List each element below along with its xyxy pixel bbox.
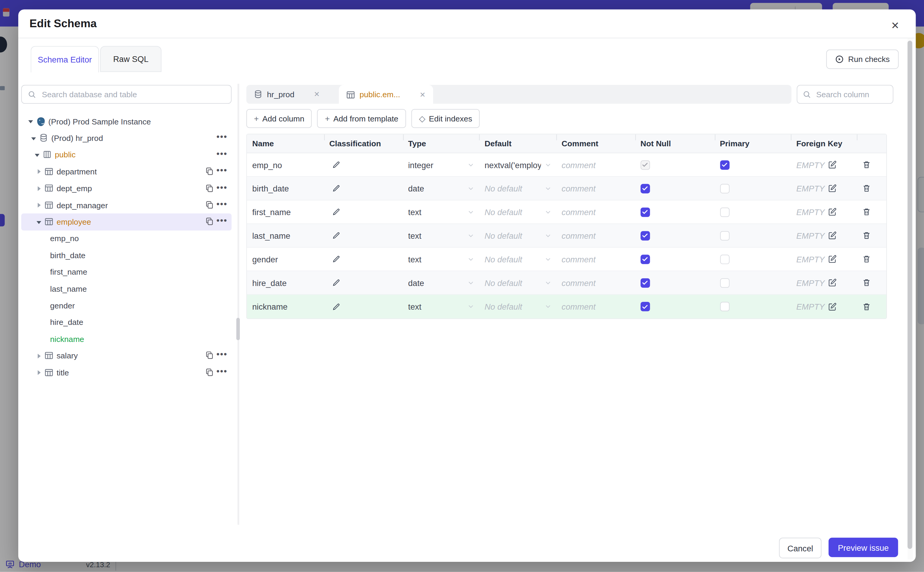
type-select[interactable]: integer bbox=[403, 153, 479, 176]
caret-right-icon[interactable] bbox=[34, 184, 43, 193]
comment-input[interactable]: comment bbox=[556, 248, 635, 271]
checkbox-checked[interactable] bbox=[640, 207, 650, 217]
default-select[interactable]: No default bbox=[479, 224, 557, 247]
trash-icon[interactable] bbox=[862, 160, 871, 169]
checkbox-checked[interactable] bbox=[640, 302, 650, 311]
copy-icon[interactable] bbox=[205, 351, 215, 361]
caret-right-icon[interactable] bbox=[34, 167, 43, 176]
type-select[interactable]: date bbox=[403, 177, 479, 200]
caret-down-icon[interactable] bbox=[26, 117, 35, 126]
more-options-icon[interactable]: ••• bbox=[217, 148, 228, 159]
tree-column-last_name[interactable]: last_name bbox=[21, 281, 232, 297]
checkbox-checked[interactable] bbox=[720, 160, 729, 169]
column-name-cell[interactable]: nickname bbox=[247, 295, 324, 318]
caret-down-icon[interactable] bbox=[32, 151, 41, 159]
copy-icon[interactable] bbox=[205, 184, 215, 193]
more-options-icon[interactable]: ••• bbox=[217, 132, 228, 142]
copy-icon[interactable] bbox=[205, 201, 215, 210]
tree-column-hire_date[interactable]: hire_date bbox=[21, 314, 232, 331]
checkbox-checked[interactable] bbox=[640, 184, 650, 193]
caret-right-icon[interactable] bbox=[34, 368, 43, 377]
caret-right-icon[interactable] bbox=[34, 201, 43, 210]
checkbox-unchecked[interactable] bbox=[720, 254, 729, 264]
tree-item-department[interactable]: department••• bbox=[21, 163, 232, 180]
comment-input[interactable]: comment bbox=[556, 224, 635, 247]
checkbox-unchecked[interactable] bbox=[720, 184, 729, 193]
edit-foreign-key-icon[interactable] bbox=[828, 255, 837, 264]
edit-foreign-key-icon[interactable] bbox=[828, 231, 837, 240]
checkbox-checked[interactable] bbox=[640, 254, 650, 264]
pencil-icon[interactable] bbox=[332, 278, 341, 287]
column-search-input[interactable] bbox=[815, 89, 887, 99]
more-options-icon[interactable]: ••• bbox=[217, 350, 228, 360]
copy-icon[interactable] bbox=[205, 167, 215, 177]
column-name-cell[interactable]: first_name bbox=[247, 201, 324, 224]
tree-item--prod-prod-sample-instance[interactable]: (Prod) Prod Sample Instance bbox=[21, 113, 232, 130]
column-name-cell[interactable]: hire_date bbox=[247, 271, 324, 294]
close-tab-icon[interactable]: ✕ bbox=[420, 91, 426, 99]
more-options-icon[interactable]: ••• bbox=[217, 182, 228, 192]
default-select[interactable]: No default bbox=[479, 248, 557, 271]
run-checks-button[interactable]: Run checks bbox=[826, 50, 899, 69]
edit-foreign-key-icon[interactable] bbox=[828, 278, 837, 287]
caret-right-icon[interactable] bbox=[34, 351, 43, 361]
caret-down-icon[interactable] bbox=[29, 134, 38, 143]
comment-input[interactable]: comment bbox=[556, 201, 635, 224]
modal-scrollbar-thumb[interactable] bbox=[907, 41, 912, 549]
tree-item-dept_emp[interactable]: dept_emp••• bbox=[21, 180, 232, 197]
column-name-cell[interactable]: gender bbox=[247, 248, 324, 271]
default-select[interactable]: No default bbox=[479, 271, 557, 294]
more-options-icon[interactable]: ••• bbox=[217, 199, 228, 209]
column-name-cell[interactable]: emp_no bbox=[247, 153, 324, 176]
sidebar-scrollbar-thumb[interactable] bbox=[236, 318, 240, 340]
comment-input[interactable]: comment bbox=[556, 177, 635, 200]
comment-input[interactable]: comment bbox=[556, 271, 635, 294]
edit-foreign-key-icon[interactable] bbox=[828, 302, 837, 311]
preview-issue-button[interactable]: Preview issue bbox=[829, 538, 898, 557]
cancel-button[interactable]: Cancel bbox=[779, 538, 822, 558]
editor-tab-hr-prod[interactable]: hr_prod ✕ bbox=[247, 85, 339, 104]
tree-item-employee[interactable]: employee••• bbox=[21, 214, 232, 230]
copy-icon[interactable] bbox=[205, 217, 215, 227]
checkbox-checked[interactable] bbox=[640, 231, 650, 241]
edit-foreign-key-icon[interactable] bbox=[828, 208, 837, 217]
tree-item-title[interactable]: title••• bbox=[21, 364, 232, 381]
pencil-icon[interactable] bbox=[332, 255, 341, 264]
checkbox-unchecked[interactable] bbox=[720, 231, 729, 241]
trash-icon[interactable] bbox=[862, 278, 871, 287]
tab-raw-sql[interactable]: Raw SQL bbox=[100, 46, 161, 72]
close-tab-icon[interactable]: ✕ bbox=[314, 90, 320, 99]
pencil-icon[interactable] bbox=[332, 231, 341, 240]
default-select[interactable]: No default bbox=[479, 177, 557, 200]
default-select[interactable]: No default bbox=[479, 295, 557, 318]
edit-foreign-key-icon[interactable] bbox=[828, 160, 837, 169]
copy-icon[interactable] bbox=[205, 368, 215, 377]
checkbox-checked-disabled[interactable] bbox=[640, 160, 650, 169]
checkbox-unchecked[interactable] bbox=[720, 278, 729, 288]
type-select[interactable]: text bbox=[403, 248, 479, 271]
checkbox-unchecked[interactable] bbox=[720, 207, 729, 217]
editor-tab-public-employee[interactable]: public.em... ✕ bbox=[339, 85, 433, 104]
tree-column-birth_date[interactable]: birth_date bbox=[21, 247, 232, 264]
default-select[interactable]: nextval('employ bbox=[479, 153, 557, 176]
type-select[interactable]: text bbox=[403, 201, 479, 224]
pencil-icon[interactable] bbox=[332, 208, 341, 217]
default-select[interactable]: No default bbox=[479, 201, 557, 224]
add-column-button[interactable]: + Add column bbox=[247, 109, 312, 128]
tree-item--prod-hr_prod[interactable]: (Prod) hr_prod••• bbox=[21, 130, 232, 146]
comment-input[interactable]: comment bbox=[556, 295, 635, 318]
sidebar-scrollbar-track[interactable] bbox=[237, 84, 239, 525]
trash-icon[interactable] bbox=[862, 208, 871, 217]
comment-input[interactable]: comment bbox=[556, 153, 635, 176]
edit-indexes-button[interactable]: ◇ Edit indexes bbox=[411, 109, 480, 128]
type-select[interactable]: text bbox=[403, 224, 479, 247]
tree-column-nickname[interactable]: nickname bbox=[21, 331, 232, 348]
type-select[interactable]: text bbox=[403, 295, 479, 318]
tree-item-salary[interactable]: salary••• bbox=[21, 348, 232, 364]
more-options-icon[interactable]: ••• bbox=[217, 215, 228, 225]
tree-column-emp_no[interactable]: emp_no bbox=[21, 230, 232, 247]
tab-schema-editor[interactable]: Schema Editor bbox=[31, 46, 99, 73]
trash-icon[interactable] bbox=[862, 231, 871, 240]
more-options-icon[interactable]: ••• bbox=[217, 366, 228, 376]
tree-column-first_name[interactable]: first_name bbox=[21, 264, 232, 281]
